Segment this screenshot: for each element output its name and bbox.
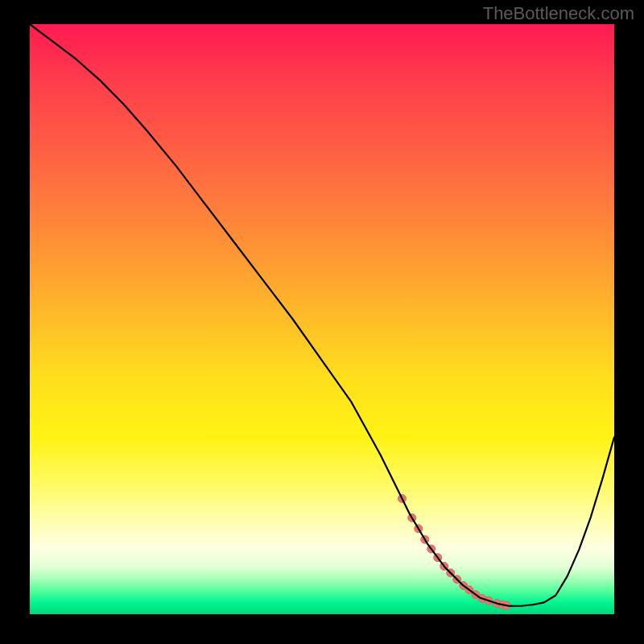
bumps-group [398, 494, 510, 609]
watermark-text: TheBottleneck.com [483, 3, 634, 24]
curve-svg [30, 24, 614, 614]
main-curve [30, 24, 614, 606]
plot-area [30, 24, 614, 614]
chart-container: TheBottleneck.com [0, 0, 644, 644]
